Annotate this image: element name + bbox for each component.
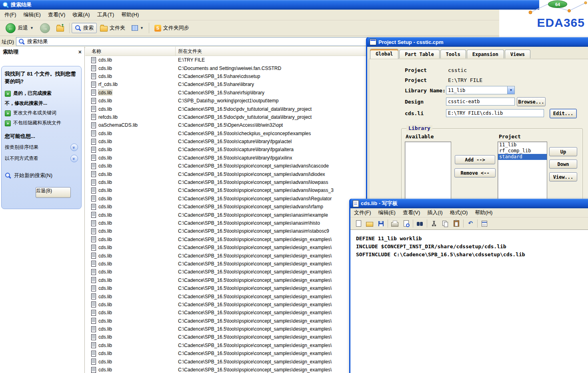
file-icon	[91, 310, 96, 316]
list-item[interactable]: 11_lib	[498, 142, 547, 148]
document-line: INCLUDE $CONCEPT_INST_DIR/share/cdssetup…	[356, 243, 588, 251]
design-field[interactable]: csstic-eatb	[446, 98, 515, 106]
copy-button[interactable]	[440, 219, 451, 228]
search-assistant-panel: 索助理 × 我找到了 81 个文件。找到您需要的吗? » 是的，已完成搜索 不，…	[0, 47, 85, 373]
wordpad-titlebar[interactable]: cds.lib - 写字板	[350, 199, 588, 208]
find-button[interactable]	[414, 219, 426, 228]
menu-item[interactable]: 件(F)	[1, 10, 20, 20]
open-button[interactable]	[364, 219, 375, 228]
folder-sync-label: 文件夹同步	[163, 24, 189, 32]
desktop: 搜索结果 件(F)编辑(E)查看(V)收藏(A)工具(T)帮助(H) ← 后退 …	[0, 0, 588, 373]
file-icon	[91, 171, 96, 177]
explorer-menubar: 件(F)编辑(E)查看(V)收藏(A)工具(T)帮助(H)	[0, 10, 539, 20]
menu-item[interactable]: 编辑(E)	[20, 10, 44, 20]
back-button[interactable]: ← 后退 ▼	[2, 22, 37, 35]
up-folder-icon: ↑	[56, 26, 64, 32]
toolbar-separator	[413, 219, 413, 227]
option-modify-search[interactable]: 不，修改此搜索并...	[5, 100, 78, 106]
paste-button[interactable]	[451, 219, 462, 228]
file-icon	[91, 147, 96, 153]
menu-item[interactable]: 编辑(E)	[375, 208, 399, 217]
file-icon	[91, 359, 96, 365]
folder-sync-button[interactable]: S 文件夹同步	[151, 23, 192, 33]
menu-item[interactable]: 格式(O)	[446, 208, 472, 217]
up-button[interactable]: ↑	[53, 23, 67, 33]
file-name: cds.lib	[98, 139, 112, 144]
back-button-assistant[interactable]: 后退(B)	[36, 187, 71, 198]
chevron-down-icon[interactable]: »	[70, 155, 78, 162]
file-name: cds.lib	[98, 302, 112, 307]
file-icon	[91, 212, 96, 218]
file-name: cds.lib	[98, 318, 112, 324]
menu-item[interactable]: 帮助(H)	[118, 10, 142, 20]
file-name: cds.lib	[98, 147, 112, 152]
menu-item[interactable]: 插入(I)	[424, 208, 446, 217]
menu-item[interactable]: 工具(T)	[94, 10, 118, 20]
view-button-list[interactable]: View...	[549, 172, 577, 182]
tab-tools[interactable]: Tools	[440, 50, 466, 58]
edit-button[interactable]: Edit...	[550, 109, 577, 118]
save-button[interactable]	[375, 219, 386, 228]
tab-part-table[interactable]: Part Table	[399, 50, 439, 58]
folders-button[interactable]: 文件夹	[97, 23, 128, 33]
close-icon[interactable]: ×	[78, 49, 82, 55]
menu-item[interactable]: 查看(V)	[44, 10, 69, 20]
back-dropdown-icon[interactable]: ▼	[30, 26, 34, 30]
library-name-combobox[interactable]: 11_lib ▼	[446, 86, 515, 94]
wordpad-icon	[353, 200, 359, 207]
tab-views[interactable]: Views	[505, 50, 530, 58]
file-name: cds.lib	[98, 220, 112, 226]
print-button[interactable]	[389, 219, 400, 228]
forward-button[interactable]: →	[37, 22, 53, 35]
back-icon: ←	[6, 23, 16, 33]
file-name: cds.lib	[98, 98, 112, 104]
new-search-link[interactable]: 开始新的搜索(N)	[5, 172, 78, 179]
print-preview-button[interactable]	[400, 219, 412, 228]
file-icon	[91, 277, 96, 283]
menu-item[interactable]: 查看(V)	[399, 208, 424, 217]
cut-button[interactable]	[428, 219, 440, 228]
option-change-filename[interactable]: » 更改文件名或关键词	[5, 110, 78, 116]
file-name: cds.lib	[98, 237, 112, 242]
file-icon	[91, 114, 96, 120]
browse-button[interactable]: Browse...	[517, 97, 546, 106]
option-exclude-hidden[interactable]: » 不包括隐藏和系统文件	[5, 120, 78, 126]
project-setup-titlebar[interactable]: Project Setup - csstic.cpm	[367, 37, 588, 47]
list-item[interactable]: rf_comp_lib	[498, 148, 547, 154]
search-button[interactable]: 搜索	[72, 23, 97, 33]
add-button[interactable]: Add -->	[455, 155, 495, 164]
up-button-list[interactable]: Up	[549, 147, 577, 156]
remove-button[interactable]: Remove <--	[454, 168, 496, 178]
new-document-button[interactable]	[353, 219, 364, 228]
cds-lib-field[interactable]: E:\TRY FILE\cds.lib	[446, 109, 544, 117]
menu-item[interactable]: 收藏(A)	[69, 10, 93, 20]
file-name: cds.lib	[98, 196, 112, 201]
tab-global[interactable]: Global	[370, 49, 398, 59]
file-icon	[91, 245, 96, 251]
tab-expansion[interactable]: Expansion	[467, 50, 504, 58]
chevron-down-icon[interactable]: »	[70, 144, 78, 151]
file-name: cds.lib	[98, 351, 112, 356]
menu-item[interactable]: 文件(F)	[350, 208, 375, 217]
column-header-name[interactable]: 名称	[85, 47, 176, 56]
cut-icon	[432, 221, 436, 226]
wordpad-document[interactable]: DEFINE 11_lib worklibINCLUDE $CONCEPT_IN…	[350, 229, 588, 373]
available-listbox[interactable]	[405, 142, 451, 202]
explorer-titlebar[interactable]: 搜索结果	[0, 0, 539, 10]
project-listbox[interactable]: 11_librf_comp_libstandard	[498, 142, 547, 202]
sort-by-category-row[interactable]: 按类别排序结果 »	[5, 144, 78, 151]
date-time-icon	[482, 221, 487, 227]
down-button-list[interactable]: Down	[549, 160, 577, 169]
list-item[interactable]: standard	[498, 154, 547, 160]
view-differently-row[interactable]: 以不同方式查看 »	[5, 155, 78, 162]
wordpad-window: cds.lib - 写字板 文件(F)编辑(E)查看(V)插入(I)格式(O)帮…	[349, 199, 588, 373]
undo-button[interactable]	[465, 219, 476, 228]
print-preview-icon	[404, 220, 409, 227]
option-search-done[interactable]: » 是的，已完成搜索	[5, 90, 78, 97]
views-button[interactable]: ▼	[128, 24, 147, 32]
menu-item[interactable]: 帮助(H)	[471, 208, 496, 217]
date-time-button[interactable]	[479, 219, 490, 228]
wordpad-toolbar	[350, 217, 588, 230]
combo-dropdown-icon[interactable]: ▼	[507, 86, 514, 94]
views-icon	[132, 25, 138, 31]
